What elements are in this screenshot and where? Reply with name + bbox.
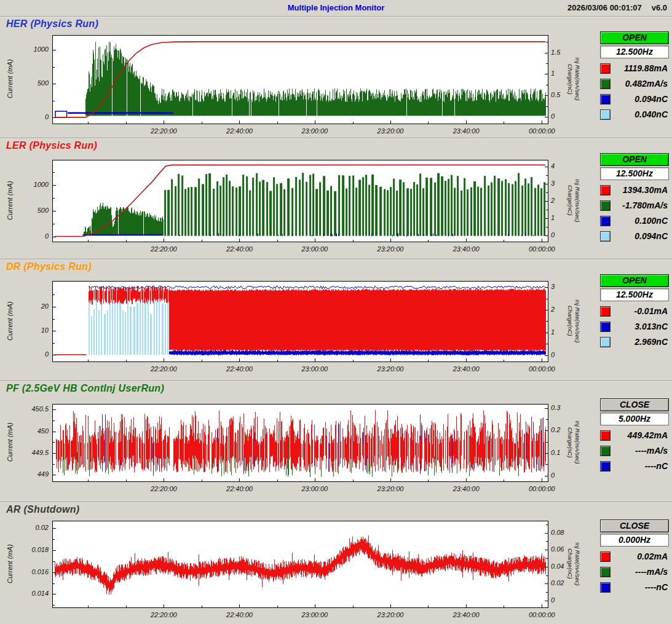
ler-y-tick-label: 1000 xyxy=(17,181,49,188)
dr-chart-canvas xyxy=(52,281,548,362)
dr-chart: 01020 0123 22:20:0022:40:0023:00:0023:20… xyxy=(52,281,548,362)
dr-y-tick-label: 0 xyxy=(17,350,49,358)
her-y-tick-label: 500 xyxy=(17,79,49,87)
dr-x-tick-label: 23:20:00 xyxy=(371,365,409,373)
her-status-value: 0.094nC xyxy=(615,94,669,104)
her-rate-axis-label: Inj Rate(mA/sec) xyxy=(574,57,581,101)
dr-injection-frequency: 12.500Hz xyxy=(600,288,669,301)
ar-y-tick-label: 0.016 xyxy=(17,568,49,575)
ar-gate-button[interactable]: CLOSE xyxy=(600,519,669,532)
ler-gate-button[interactable]: OPEN xyxy=(600,153,669,166)
ler-x-tick-label: 23:20:00 xyxy=(371,245,409,253)
dr-y-tick-label: 20 xyxy=(17,302,49,310)
dr-legend-swatch xyxy=(600,337,611,347)
her-chart: 05001000 00.511.5 22:20:0022:40:0023:00:… xyxy=(52,35,548,124)
panel-pf-title: PF (2.5GeV HB ContInj UserRun) xyxy=(6,383,164,394)
her-x-tick-label: 22:40:00 xyxy=(220,127,258,135)
her-gate-button[interactable]: OPEN xyxy=(600,31,669,44)
panel-ar-title: AR (Shutdown) xyxy=(6,504,79,515)
ar-x-tick-label: 22:40:00 xyxy=(220,611,258,618)
pf-gate-button[interactable]: CLOSE xyxy=(600,398,669,411)
pf-status-rows: 449.42mA----mA/s----nC xyxy=(600,428,669,473)
dr-status-row: 3.013nC xyxy=(600,319,669,334)
ler-legend-swatch xyxy=(600,231,611,242)
her-status-row: 0.482mA/s xyxy=(600,76,669,91)
panel-pf: PF (2.5GeV HB ContInj UserRun) Current (… xyxy=(0,381,672,502)
ar-status-row: 0.02mA xyxy=(600,549,669,564)
pf-status-row: ----nC xyxy=(600,459,669,473)
dr-gate-button[interactable]: OPEN xyxy=(600,274,669,287)
her-x-tick-label: 23:00:00 xyxy=(296,127,334,135)
dr-status-value: 2.969nC xyxy=(615,337,669,347)
her-x-tick-label: 23:40:00 xyxy=(447,127,485,135)
pf-x-tick-label: 22:20:00 xyxy=(144,485,183,492)
ler-right-axis-labels: Charge(nC) Inj Rate(mA/sec) xyxy=(567,160,589,241)
ar-status-box: CLOSE 0.000Hz 0.02mA----mA/s----nC xyxy=(600,519,669,594)
ler-y-tick-label: 500 xyxy=(17,207,49,214)
ler-injection-frequency: 12.500Hz xyxy=(600,167,669,180)
her-legend-swatch xyxy=(600,79,611,89)
pf-x-tick-label: 23:00:00 xyxy=(296,485,334,492)
header: Multiple Injection Monitor 2026/03/06 00… xyxy=(0,0,672,16)
her-legend-swatch xyxy=(600,109,611,120)
ar-right-axis-labels: Charge(nC) Inj Rate(mA/sec) xyxy=(567,521,589,607)
her-status-row: 0.040nC xyxy=(600,107,669,122)
ar-chart: 0.0140.0160.0180.02 00.020.040.060.08 22… xyxy=(52,521,548,608)
header-meta: 2026/03/06 00:01:07v6.0 xyxy=(567,3,667,12)
her-legend-swatch xyxy=(600,94,611,105)
ler-status-value: 0.094nC xyxy=(615,231,669,241)
pf-y-axis-label: Current (mA) xyxy=(5,404,15,481)
ler-legend-swatch xyxy=(600,200,611,211)
her-status-value: 1119.88mA xyxy=(615,63,669,73)
pf-x-tick-label: 22:40:00 xyxy=(220,485,258,492)
pf-y-tick-label: 450 xyxy=(17,427,49,435)
pf-status-value: 449.42mA xyxy=(615,430,669,440)
her-chart-canvas xyxy=(52,35,548,124)
ar-legend-swatch xyxy=(600,567,611,577)
ler-x-tick-label: 22:40:00 xyxy=(220,245,258,253)
ler-rate-axis-label: Inj Rate(mA/sec) xyxy=(574,179,581,223)
dr-y-axis-label: Current (mA) xyxy=(5,281,15,361)
pf-rate-axis-label: Inj Rate(mA/sec) xyxy=(574,421,581,464)
pf-injection-frequency: 5.000Hz xyxy=(600,413,669,425)
ler-status-row: -1.780mA/s xyxy=(600,198,669,213)
dr-x-tick-label: 23:40:00 xyxy=(447,365,485,373)
pf-status-row: 449.42mA xyxy=(600,428,669,443)
ler-status-box: OPEN 12.500Hz 1394.30mA-1.780mA/s0.100nC… xyxy=(600,153,669,243)
dr-charge-axis-label: Charge(nC) xyxy=(567,306,574,336)
ar-status-value: ----nC xyxy=(615,582,669,592)
ar-chart-canvas xyxy=(52,521,548,608)
her-y-axis-label: Current (mA) xyxy=(5,35,15,123)
ler-charge-axis-label: Charge(nC) xyxy=(567,185,574,216)
ar-status-rows: 0.02mA----mA/s----nC xyxy=(600,549,669,594)
pf-y-tick-label: 449.5 xyxy=(17,449,49,456)
ar-y-tick-label: 0.02 xyxy=(17,524,49,531)
ar-rate-axis-label: Inj Rate(mA/sec) xyxy=(574,542,581,586)
her-right-axis-labels: Charge(nC) Inj Rate(mA/sec) xyxy=(567,35,589,123)
pf-chart-canvas xyxy=(52,404,548,482)
ar-status-row: ----nC xyxy=(600,580,669,594)
her-y-tick-label: 0 xyxy=(17,113,49,120)
her-x-tick-label: 00:00:00 xyxy=(523,127,561,135)
pf-y-tick-label: 449 xyxy=(17,470,49,478)
pf-legend-swatch xyxy=(600,430,611,441)
ar-x-tick-label: 22:20:00 xyxy=(144,611,183,618)
ler-chart-canvas xyxy=(52,160,548,242)
dr-rate-axis-label: Inj Rate(mA/sec) xyxy=(574,299,581,343)
ler-y-axis-label: Current (mA) xyxy=(5,160,15,241)
ler-status-row: 0.094nC xyxy=(600,229,669,243)
her-status-row: 1119.88mA xyxy=(600,61,669,76)
pf-status-value: ----mA/s xyxy=(615,446,669,456)
her-y-tick-label: 1000 xyxy=(17,45,49,53)
her-status-value: 0.482mA/s xyxy=(615,79,669,89)
pf-charge-axis-label: Charge(nC) xyxy=(567,427,574,458)
pf-x-tick-label: 00:00:00 xyxy=(523,485,561,492)
ler-chart: 05001000 01234 22:20:0022:40:0023:00:002… xyxy=(52,160,548,242)
pf-legend-swatch xyxy=(600,461,611,472)
dr-status-row: -0.01mA xyxy=(600,304,669,318)
ar-status-value: ----mA/s xyxy=(615,567,669,577)
her-charge-axis-label: Charge(nC) xyxy=(567,64,574,95)
dr-right-axis-labels: Charge(nC) Inj Rate(mA/sec) xyxy=(567,281,589,361)
panel-dr-title: DR (Physics Run) xyxy=(6,261,92,272)
ler-legend-swatch xyxy=(600,185,611,195)
